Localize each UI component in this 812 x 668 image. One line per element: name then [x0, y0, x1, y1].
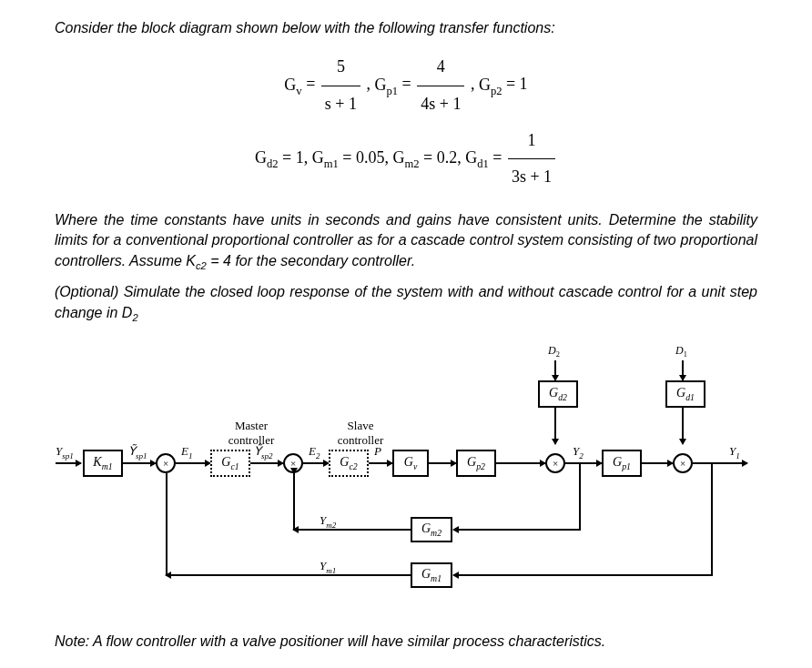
- arrow-gc1-out: [250, 462, 283, 464]
- master-controller-label: Mastercontroller: [219, 419, 283, 448]
- eq-sign: =: [402, 76, 416, 94]
- block-gp1: Gp1: [602, 450, 642, 477]
- arrow-y2: [565, 462, 602, 464]
- gp2-rhs: = 1: [506, 76, 528, 94]
- block-gv: Gv: [392, 450, 429, 477]
- problem-intro: Consider the block diagram shown below w…: [55, 18, 757, 38]
- gv-frac: 5s + 1: [321, 49, 360, 122]
- block-gc1: Gc1: [210, 450, 250, 477]
- cascade-block-diagram: D2 Gd2 D1 Gd1 Mastercontroller Slavecont…: [56, 344, 756, 617]
- e2-label: E2: [309, 444, 320, 461]
- feedback-gm2-out: [293, 529, 411, 531]
- sum-junction-1: [156, 453, 176, 473]
- arrow-e1: [176, 462, 210, 464]
- eq-sign: =: [306, 76, 320, 94]
- feedback-to-gm1: [453, 574, 713, 576]
- e1-label: E1: [181, 444, 193, 461]
- block-gd1: Gd1: [665, 380, 705, 408]
- gm1-rhs: = 0.05,: [342, 148, 392, 167]
- arrow-gp1-out: [642, 462, 673, 464]
- gv-lhs: Gv: [284, 76, 301, 94]
- feedback-inner-up: [293, 473, 295, 531]
- gp1-lhs: Gp1: [374, 76, 398, 94]
- arrow-d2-down: [554, 360, 556, 380]
- feedback-y2-down: [579, 463, 581, 531]
- d2-label: D2: [548, 344, 560, 359]
- equations-line-1: Gv = 5s + 1 , Gp1 = 44s + 1 , Gp2 = 1 Gd…: [55, 49, 757, 195]
- gm2-rhs: = 0.2,: [423, 148, 465, 167]
- ytil-sp1-label: Ỹsp1: [128, 444, 147, 461]
- block-gm2: Gm2: [411, 517, 452, 542]
- block-gm1: Gm1: [411, 562, 452, 588]
- gp2-lhs: Gp2: [479, 76, 502, 94]
- sum-junction-y1: [673, 453, 693, 473]
- arrow-ysp1: [56, 462, 81, 464]
- ym2-label: Ym2: [320, 513, 336, 530]
- arrow-gd1-down: [682, 408, 684, 444]
- gd1-lhs: Gd1: [465, 148, 489, 167]
- ytil-sp2-label: Ỹsp2: [254, 444, 273, 461]
- gd2-lhs: Gd2: [255, 148, 279, 167]
- comma: ,: [471, 76, 479, 94]
- gp1-frac: 44s + 1: [417, 49, 464, 122]
- arrow-e2: [303, 462, 329, 464]
- feedback-to-gm2: [453, 529, 581, 531]
- block-gc2: Gc2: [329, 450, 369, 477]
- arrow-gd2-down: [554, 408, 556, 444]
- p-label: P: [374, 444, 381, 459]
- feedback-gm1-out: [166, 574, 411, 576]
- arrow-km1-out: [123, 462, 156, 464]
- arrow-y1: [693, 462, 747, 464]
- gd2-rhs: = 1,: [282, 148, 312, 167]
- para-optional: (Optional) Simulate the closed loop resp…: [55, 282, 757, 325]
- eq-sign: =: [492, 148, 506, 167]
- feedback-outer-up: [166, 473, 167, 576]
- block-km1: Km1: [83, 450, 123, 477]
- arrow-p: [369, 462, 392, 464]
- footnote: Note: A flow controller with a valve pos…: [55, 633, 757, 650]
- d1-label: D1: [675, 344, 687, 359]
- block-gp2: Gp2: [456, 450, 496, 477]
- ym1-label: Ym1: [320, 559, 336, 575]
- gm2-lhs: Gm2: [392, 148, 419, 167]
- gm1-lhs: Gm1: [312, 148, 339, 167]
- y1-label: Y1: [729, 444, 740, 461]
- arrow-gp2-out: [496, 462, 545, 464]
- sum-junction-y2: [545, 453, 565, 473]
- para-stability: Where the time constants have units in s…: [55, 210, 757, 274]
- slave-controller-label: Slavecontroller: [329, 419, 392, 448]
- ysp1-label: Ysp1: [56, 444, 74, 461]
- gd1-frac: 13s + 1: [508, 123, 555, 196]
- y2-label: Y2: [573, 444, 584, 461]
- block-gd2: Gd2: [538, 380, 578, 408]
- arrow-gv-out: [429, 462, 456, 464]
- feedback-y1-down: [711, 463, 713, 576]
- arrow-d1-down: [682, 360, 684, 380]
